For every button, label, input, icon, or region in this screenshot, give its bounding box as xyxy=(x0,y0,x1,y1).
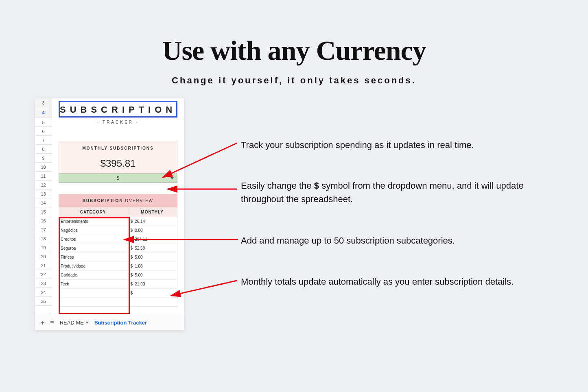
currency-selected: $ xyxy=(117,175,120,181)
monthly-amount: $395.81 xyxy=(59,158,177,169)
cell-amount: 52.58 xyxy=(133,244,177,253)
overview-table: CATEGORY MONTHLY Entretenimento$26.14Neg… xyxy=(59,207,177,307)
row-number-gutter: 345678910111213141516171819202122232425 xyxy=(35,98,52,315)
callout-3: Add and manage up to 50 subscription sub… xyxy=(241,234,455,247)
cell-amount xyxy=(133,289,177,297)
row-number: 10 xyxy=(35,163,52,172)
spreadsheet-preview: 345678910111213141516171819202122232425 … xyxy=(35,98,184,330)
cell-category xyxy=(59,289,127,297)
callout-2a: Easily change the xyxy=(241,181,314,191)
row-number: 4 xyxy=(35,108,52,118)
col-monthly: MONTHLY xyxy=(127,207,177,217)
row-number: 6 xyxy=(35,127,52,136)
table-row[interactable]: Tech$21.90 xyxy=(59,280,177,289)
row-number: 24 xyxy=(35,288,52,297)
overview-header: SUBSCRIPTION OVERVIEW xyxy=(59,194,177,207)
tab-readme[interactable]: READ ME xyxy=(60,320,89,326)
table-row[interactable]: Creditos$284.11 xyxy=(59,235,177,244)
row-number: 12 xyxy=(35,181,52,189)
cell-category: Tech xyxy=(59,280,127,288)
title-sub: · TRACKER · xyxy=(52,120,184,124)
cell-amount: 5.00 xyxy=(133,271,177,279)
cell-currency-symbol: $ xyxy=(127,244,133,253)
cell-category: Creditos xyxy=(59,235,127,244)
callout-4: Monthly totals update automatically as y… xyxy=(241,275,514,288)
sheet-tab-bar: + ≡ READ ME Subscription Tracker xyxy=(35,315,184,330)
row-number: 16 xyxy=(35,216,52,225)
row-number: 21 xyxy=(35,261,52,270)
table-row[interactable]: Caridade$5.00 xyxy=(59,271,177,280)
row-number: 20 xyxy=(35,252,52,261)
cell-category: Entretenimento xyxy=(59,217,127,226)
cell-currency-symbol: $ xyxy=(127,253,133,261)
monthly-label: MONTHLY SUBSCRIPTIONS xyxy=(59,146,177,150)
chevron-down-icon xyxy=(170,177,174,179)
row-number: 25 xyxy=(35,297,52,306)
table-row[interactable]: Fitness$5.00 xyxy=(59,253,177,262)
cell-category: Caridade xyxy=(59,271,127,279)
callout-1: Track your subscription spending as it u… xyxy=(241,138,474,152)
all-sheets-button[interactable]: ≡ xyxy=(50,319,54,327)
row-number: 17 xyxy=(35,225,52,234)
table-row[interactable]: $ xyxy=(59,289,177,298)
row-number: 7 xyxy=(35,136,52,145)
table-row[interactable] xyxy=(59,298,177,307)
cell-amount: 26.14 xyxy=(133,217,177,226)
cell-amount: 284.11 xyxy=(133,235,177,244)
row-number: 23 xyxy=(35,279,52,288)
row-number: 14 xyxy=(35,198,52,207)
overview-header-rest: OVERVIEW xyxy=(123,198,154,203)
cell-category: Fitness xyxy=(59,253,127,261)
page-subhead: Change it yourself, it only takes second… xyxy=(0,75,588,86)
cell-currency-symbol: $ xyxy=(127,217,133,226)
cell-amount: 21.90 xyxy=(133,280,177,288)
monthly-subscriptions-box: MONTHLY SUBSCRIPTIONS $395.81 xyxy=(59,141,177,174)
cell-category: Negócios xyxy=(59,226,127,235)
title-box: SUBSCRIPTION xyxy=(59,101,177,118)
row-number: 5 xyxy=(35,118,52,127)
table-row[interactable]: Entretenimento$26.14 xyxy=(59,217,177,226)
table-row[interactable]: Produtividade$1.08 xyxy=(59,262,177,271)
cell-amount xyxy=(133,298,177,306)
cell-currency-symbol: $ xyxy=(127,289,133,297)
cell-amount: 5.00 xyxy=(133,253,177,261)
row-number: 8 xyxy=(35,145,52,154)
cell-currency-symbol: $ xyxy=(127,235,133,244)
row-number: 18 xyxy=(35,234,52,243)
add-sheet-button[interactable]: + xyxy=(41,319,44,327)
cell-category: Seguros xyxy=(59,244,127,253)
row-number: 15 xyxy=(35,207,52,216)
row-number: 19 xyxy=(35,243,52,252)
chevron-down-icon xyxy=(85,322,89,324)
title-main: SUBSCRIPTION xyxy=(60,105,176,115)
cell-currency-symbol: $ xyxy=(127,262,133,270)
row-number: 9 xyxy=(35,154,52,163)
callout-2: Easily change the $ symbol from the drop… xyxy=(241,179,526,206)
table-row[interactable]: Negócios$0.00 xyxy=(59,226,177,235)
callout-2-bold: $ xyxy=(314,181,319,191)
page-headline: Use with any Currency xyxy=(0,35,588,67)
overview-header-bold: SUBSCRIPTION xyxy=(83,198,123,203)
cell-currency-symbol xyxy=(127,298,133,306)
cell-category: Produtividade xyxy=(59,262,127,270)
col-category: CATEGORY xyxy=(59,207,127,217)
row-number: 22 xyxy=(35,270,52,279)
row-number: 11 xyxy=(35,172,52,181)
tab-readme-label: READ ME xyxy=(60,320,84,326)
currency-dropdown[interactable]: $ xyxy=(59,174,177,183)
cell-amount: 1.08 xyxy=(133,262,177,270)
table-row[interactable]: Seguros$52.58 xyxy=(59,244,177,253)
table-header: CATEGORY MONTHLY xyxy=(59,207,177,217)
cell-category xyxy=(59,298,127,306)
cell-currency-symbol: $ xyxy=(127,271,133,279)
cell-currency-symbol: $ xyxy=(127,226,133,235)
row-number: 13 xyxy=(35,189,52,198)
sheet-body: SUBSCRIPTION · TRACKER · MONTHLY SUBSCRI… xyxy=(52,98,184,315)
tab-subscription-tracker[interactable]: Subscription Tracker xyxy=(94,320,147,326)
cell-currency-symbol: $ xyxy=(127,280,133,288)
cell-amount: 0.00 xyxy=(133,226,177,235)
row-number: 3 xyxy=(35,98,52,108)
